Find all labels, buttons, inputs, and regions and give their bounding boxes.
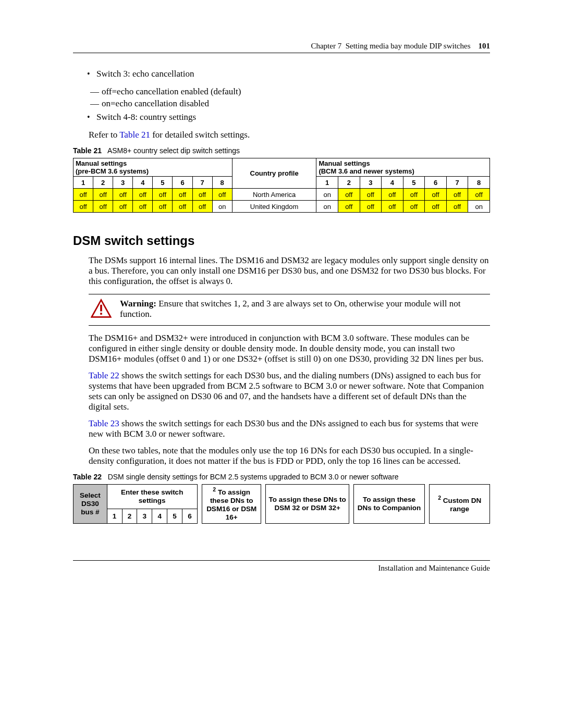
bullet-item: Switch 3: echo cancellation [96,69,490,79]
paragraph: Table 23 shows the switch settings for e… [89,418,490,439]
hdr-left-text: Manual settings [76,159,127,167]
page-header: Chapter 7 Setting media bay module DIP s… [73,42,490,53]
table22-caption: Table 22 DSM single density settings for… [73,473,490,481]
col-num: 2 [93,177,113,189]
col-num: 1 [316,177,338,189]
col-num: 6 [173,177,192,189]
refer-pre: Refer to [89,130,119,140]
cell: off [113,189,133,201]
cell: off [153,189,173,201]
cell: off [74,201,93,213]
col-num: 5 [403,177,425,189]
hdr-left: Manual settings (pre-BCM 3.6 systems) [74,158,232,177]
col-num: 2 [122,509,137,524]
dash-item: off=echo cancellation enabled (default) [102,87,490,97]
cell: off [192,201,212,213]
cell: off [153,201,173,213]
col-num: 1 [107,509,122,524]
warning-text: Ensure that switches 1, 2, and 3 are alw… [120,299,460,319]
cell: on [316,201,338,213]
warning-icon [89,298,118,322]
cell: on [212,201,232,213]
dash-item: on=echo cancellation disabled [102,98,490,109]
table22-caption-text: DSM single density settings for BCM 2.5 … [108,473,399,481]
para3-text: shows the switch settings for each DS30 … [89,371,484,412]
refer-post: for detailed switch settings. [150,130,250,140]
section-heading: DSM switch settings [73,233,490,248]
table21-caption: Table 21 ASM8+ country select dip switch… [73,146,490,155]
table22-link[interactable]: Table 22 [89,371,119,380]
cell: off [113,201,133,213]
table23-link[interactable]: Table 23 [89,418,119,428]
col-num: 3 [360,177,382,189]
col-num: 6 [425,177,447,189]
col-num: 3 [113,177,133,189]
cell: off [173,189,192,201]
col-assign1: 2 To assign these DNs to DSM16 or DSM 16… [202,485,261,524]
table21-link[interactable]: Table 21 [119,130,150,140]
para4-text: shows the switch settings for each DS30 … [89,418,479,439]
cell: off [93,201,113,213]
page-number: 101 [479,42,491,50]
col-assign2: To assign these DNs to DSM 32 or DSM 32+ [266,485,349,524]
gap [349,485,353,524]
col-num: 6 [182,509,197,524]
cell: off [133,201,153,213]
cell: off [425,201,447,213]
paragraph: The DSMs support 16 internal lines. The … [89,255,490,287]
chapter-title: Setting media bay module DIP switches [346,42,471,50]
col-num: 4 [382,177,403,189]
col-num: 4 [152,509,167,524]
cell-country: North America [232,189,316,201]
bullet-list-2: Switch 4-8: country settings [73,112,490,122]
cell-country: United Kingdom [232,201,316,213]
hdr-right-sub: (BCM 3.6 and newer systems) [319,167,414,175]
page: Chapter 7 Setting media bay module DIP s… [0,0,563,604]
table-row: off off off off off off off off North Am… [74,189,490,201]
col-num: 3 [137,509,152,524]
paragraph: The DSM16+ and DSM32+ were introduced in… [89,333,490,364]
cell: off [382,201,403,213]
cell: off [403,201,425,213]
warning-label: Warning: [120,299,156,309]
gap [425,485,430,524]
cell: on [468,201,490,213]
cell: off [133,189,153,201]
table-row: Select DS30 bus # Enter these switch set… [74,485,490,509]
col-num: 5 [153,177,173,189]
bullet-item: Switch 4-8: country settings [96,112,490,122]
cell: off [360,201,382,213]
col-num: 1 [74,177,93,189]
col-num: 5 [167,509,182,524]
cell: off [403,189,425,201]
hdr-country: Country profile [232,158,316,189]
table22: Select DS30 bus # Enter these switch set… [73,484,490,524]
table-row: off off off off off off off on United Ki… [74,201,490,213]
col-num: 2 [338,177,360,189]
header-text: Chapter 7 Setting media bay module DIP s… [73,42,490,51]
svg-rect-1 [100,305,102,312]
col-enter: Enter these switch settings [107,485,197,509]
table-row: Manual settings (pre-BCM 3.6 systems) Co… [74,158,490,177]
col-custom: 2 Custom DN range [430,485,490,524]
cell: off [338,189,360,201]
cell: off [173,201,192,213]
cell: off [360,189,382,201]
paragraph: Table 22 shows the switch settings for e… [89,371,490,412]
col-num: 4 [133,177,153,189]
col-select: Select DS30 bus # [74,485,107,524]
paragraph: On these two tables, note that the modul… [89,446,490,466]
refer-paragraph: Refer to Table 21 for detailed switch se… [89,130,490,140]
footer-text: Installation and Maintenance Guide [73,564,490,573]
cell: off [446,189,468,201]
hdr-left-sub: (pre-BCM 3.6 systems) [76,167,149,175]
cell: off [425,189,447,201]
cell: off [212,189,232,201]
bullet-list-1: Switch 3: echo cancellation [73,69,490,79]
dash-list-1: off=echo cancellation enabled (default) … [73,87,490,109]
col-num: 8 [212,177,232,189]
cell: off [74,189,93,201]
cell: off [338,201,360,213]
cell: off [93,189,113,201]
col-num: 8 [468,177,490,189]
